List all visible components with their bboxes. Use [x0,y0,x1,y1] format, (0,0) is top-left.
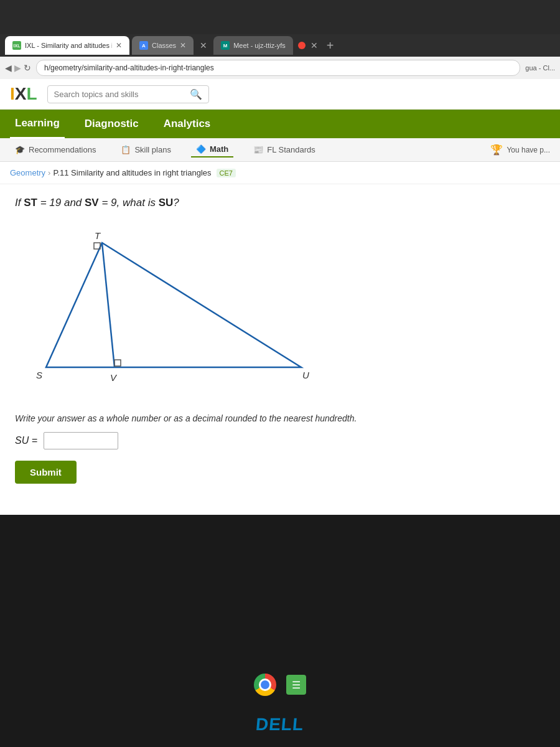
math-label: Math [210,144,228,154]
breadcrumb-chevron: › [48,168,50,177]
ixl-logo: IXL [10,84,37,104]
bottom-bezel: ☰ DELL [0,610,560,747]
meet-tab[interactable]: M Meet - ujz-ttiz-yfs [213,36,293,55]
classes-favicon: A [139,41,148,50]
classes-tab-label: Classes [152,42,176,49]
vertex-V-label: V [110,372,118,383]
fl-standards-label: FL Standards [267,145,315,154]
ixl-tab[interactable]: IXL IXL - Similarity and altitudes in r … [5,36,129,55]
breadcrumb-geometry[interactable]: Geometry [10,168,45,177]
tab-bar: IXL IXL - Similarity and altitudes in r … [0,34,560,57]
ixl-nav: Learning Diagnostic Analytics [0,110,560,138]
triangle-diagram: T S V U [27,224,326,398]
browser-nav-buttons: ◀ ▶ ↻ [5,63,31,73]
vertex-U-label: U [302,370,309,380]
address-bar[interactable]: h/geometry/similarity-and-altitudes-in-r… [36,60,520,76]
altitude-line [102,243,114,367]
address-text: h/geometry/similarity-and-altitudes-in-r… [44,63,214,72]
dell-logo-text: DELL [255,715,305,735]
ixl-tab-favicon: IXL [12,41,21,50]
answer-instruction: Write your answer as a whole number or a… [15,413,545,423]
main-content: If ST = 19 and SV = 9, what is SU? T S V [0,184,560,501]
files-icon-glyph: ☰ [292,679,301,691]
recommendations-icon: 🎓 [15,145,25,154]
search-icon: 🔍 [190,88,202,100]
skill-plans-icon: 📋 [121,145,131,154]
right-angle-bottom [114,360,121,366]
files-taskbar-icon[interactable]: ☰ [286,675,306,695]
meet-tab-label: Meet - ujz-ttiz-yfs [233,42,286,49]
tab-x-button[interactable]: ✕ [196,40,211,50]
taskbar: ☰ [254,674,306,696]
search-bar[interactable]: 🔍 [47,85,209,103]
question-text: If ST = 19 and SV = 9, what is SU? [15,197,545,209]
trophy-icon: 🏆 [490,144,503,156]
recommendations-label: Recommendations [29,145,96,154]
bookmark-label: gua - Cl... [525,64,555,72]
triangle-svg: T S V U [27,224,326,398]
st-value: 19 [49,197,61,209]
vertex-S-label: S [36,370,42,380]
ce-badge: CE7 [217,169,236,177]
classes-tab-close[interactable]: ✕ [180,41,186,50]
su-answer-input[interactable] [44,432,118,449]
reload-button[interactable]: ↻ [24,63,31,73]
nav-analytics[interactable]: Analytics [159,110,216,138]
su-row: SU = [15,432,545,449]
nav-diagnostic[interactable]: Diagnostic [80,110,144,138]
top-bezel [0,0,560,34]
back-button[interactable]: ◀ [5,63,12,73]
address-bar-row: ◀ ▶ ↻ h/geometry/similarity-and-altitude… [0,57,560,79]
search-input[interactable] [54,90,185,99]
dell-logo: DELL [256,715,304,735]
nav-learning[interactable]: Learning [10,110,65,139]
you-have-pts-container: 🏆 You have p... [490,144,550,156]
skill-plans-label: Skill plans [134,145,171,154]
chrome-taskbar-icon[interactable] [254,674,276,696]
you-have-pts-text: You have p... [506,146,550,154]
ixl-tab-label: IXL - Similarity and altitudes in r [25,42,112,49]
ixl-website: IXL 🔍 Learning Diagnostic Analytics 🎓 Re… [0,79,560,515]
fl-standards-icon: 📰 [253,145,263,154]
answer-area: Write your answer as a whole number or a… [15,408,545,489]
su-variable: SU [159,197,174,209]
sv-variable: SV [85,197,99,209]
sv-value: 9 [111,197,116,209]
sub-nav-skill-plans[interactable]: 📋 Skill plans [116,143,176,157]
submit-button[interactable]: Submit [15,461,77,484]
main-triangle [46,243,301,367]
math-icon: 🔷 [196,144,206,154]
sub-nav-fl-standards[interactable]: 📰 FL Standards [248,143,320,157]
breadcrumb-current: P.11 Similarity and altitudes in right t… [53,168,211,177]
ixl-tab-close[interactable]: ✕ [116,41,122,50]
st-variable: ST [24,197,37,209]
su-label: SU = [15,435,37,446]
meet-favicon: M [221,41,230,50]
tab-indicator [298,42,306,49]
sub-nav-recommendations[interactable]: 🎓 Recommendations [10,143,101,157]
classes-tab[interactable]: A Classes ✕ [132,36,194,55]
forward-button[interactable]: ▶ [14,63,21,73]
sub-nav: 🎓 Recommendations 📋 Skill plans 🔷 Math 📰… [0,138,560,162]
vertex-T-label: T [95,230,101,241]
sub-nav-math[interactable]: 🔷 Math [191,142,233,157]
ixl-header: IXL 🔍 [0,79,560,110]
new-tab-button[interactable]: + [323,39,338,53]
browser-chrome: IXL IXL - Similarity and altitudes in r … [0,34,560,79]
breadcrumb: Geometry › P.11 Similarity and altitudes… [0,162,560,184]
window-close-button[interactable]: ✕ [308,40,320,50]
